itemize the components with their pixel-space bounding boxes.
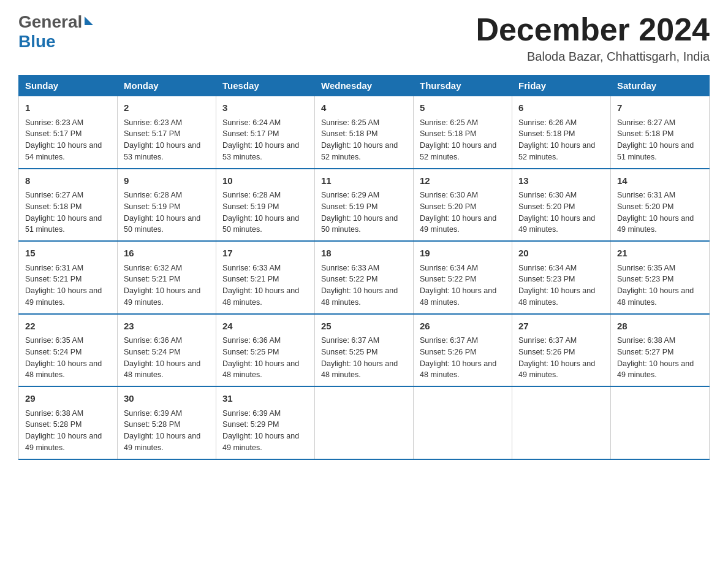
sunrise-label: Sunrise: 6:31 AM — [25, 264, 83, 272]
sunrise-label: Sunrise: 6:37 AM — [518, 336, 577, 345]
sunset-label: Sunset: 5:26 PM — [518, 348, 575, 356]
sunset-label: Sunset: 5:19 PM — [222, 202, 279, 211]
month-title: December 2024 — [476, 12, 710, 47]
daylight-label: Daylight: 10 hours and 48 minutes. — [222, 286, 299, 307]
sunrise-label: Sunrise: 6:34 AM — [518, 264, 577, 272]
daylight-label: Daylight: 10 hours and 49 minutes. — [617, 214, 694, 234]
day-number: 25 — [321, 320, 407, 334]
sunrise-label: Sunrise: 6:35 AM — [25, 336, 83, 345]
column-header-wednesday: Wednesday — [315, 75, 414, 96]
sunrise-label: Sunrise: 6:27 AM — [617, 118, 675, 127]
daylight-label: Daylight: 10 hours and 51 minutes. — [25, 214, 102, 234]
sunset-label: Sunset: 5:19 PM — [321, 202, 377, 211]
logo-blue-text: Blue — [18, 32, 56, 51]
calendar-cell: 20 Sunrise: 6:34 AM Sunset: 5:23 PM Dayl… — [512, 241, 611, 314]
sunrise-label: Sunrise: 6:26 AM — [518, 118, 577, 127]
daylight-label: Daylight: 10 hours and 48 minutes. — [222, 359, 299, 380]
sunrise-label: Sunrise: 6:33 AM — [321, 264, 379, 272]
sunset-label: Sunset: 5:24 PM — [25, 348, 82, 356]
day-number: 9 — [124, 174, 210, 188]
title-section: December 2024 Baloda Bazar, Chhattisgarh… — [476, 12, 710, 64]
sunrise-label: Sunrise: 6:23 AM — [25, 118, 83, 127]
day-number: 4 — [321, 101, 407, 115]
sunrise-label: Sunrise: 6:38 AM — [617, 336, 675, 345]
day-number: 21 — [617, 247, 703, 261]
daylight-label: Daylight: 10 hours and 54 minutes. — [25, 141, 102, 161]
daylight-label: Daylight: 10 hours and 49 minutes. — [124, 432, 200, 452]
calendar-cell: 16 Sunrise: 6:32 AM Sunset: 5:21 PM Dayl… — [118, 241, 216, 314]
sunset-label: Sunset: 5:20 PM — [518, 202, 575, 211]
calendar-cell: 11 Sunrise: 6:29 AM Sunset: 5:19 PM Dayl… — [315, 169, 414, 242]
daylight-label: Daylight: 10 hours and 49 minutes. — [420, 214, 496, 234]
day-number: 24 — [222, 320, 308, 334]
calendar-cell: 4 Sunrise: 6:25 AM Sunset: 5:18 PM Dayli… — [315, 96, 414, 169]
sunrise-label: Sunrise: 6:23 AM — [124, 118, 182, 127]
sunset-label: Sunset: 5:21 PM — [222, 275, 279, 283]
sunset-label: Sunset: 5:27 PM — [617, 348, 673, 356]
calendar-cell: 29 Sunrise: 6:38 AM Sunset: 5:28 PM Dayl… — [19, 386, 118, 459]
day-number: 29 — [25, 392, 111, 406]
sunrise-label: Sunrise: 6:24 AM — [222, 118, 281, 127]
week-row-2: 8 Sunrise: 6:27 AM Sunset: 5:18 PM Dayli… — [19, 169, 710, 242]
sunrise-label: Sunrise: 6:38 AM — [25, 409, 83, 418]
sunset-label: Sunset: 5:23 PM — [617, 275, 673, 283]
daylight-label: Daylight: 10 hours and 49 minutes. — [222, 432, 299, 452]
day-number: 8 — [25, 174, 111, 188]
location-subtitle: Baloda Bazar, Chhattisgarh, India — [476, 50, 710, 64]
daylight-label: Daylight: 10 hours and 49 minutes. — [518, 359, 595, 380]
sunset-label: Sunset: 5:21 PM — [25, 275, 82, 283]
sunrise-label: Sunrise: 6:32 AM — [124, 264, 182, 272]
sunset-label: Sunset: 5:17 PM — [124, 129, 180, 138]
calendar-cell: 15 Sunrise: 6:31 AM Sunset: 5:21 PM Dayl… — [19, 241, 118, 314]
sunrise-label: Sunrise: 6:37 AM — [321, 336, 379, 345]
logo-arrow-icon — [85, 17, 93, 25]
calendar-cell — [512, 386, 611, 459]
calendar-cell — [315, 386, 414, 459]
calendar-cell: 23 Sunrise: 6:36 AM Sunset: 5:24 PM Dayl… — [118, 314, 216, 387]
daylight-label: Daylight: 10 hours and 48 minutes. — [321, 359, 398, 380]
calendar-cell — [611, 386, 710, 459]
daylight-label: Daylight: 10 hours and 49 minutes. — [518, 214, 595, 234]
daylight-label: Daylight: 10 hours and 52 minutes. — [321, 141, 398, 161]
day-number: 1 — [25, 101, 111, 115]
week-row-1: 1 Sunrise: 6:23 AM Sunset: 5:17 PM Dayli… — [19, 96, 710, 169]
sunrise-label: Sunrise: 6:25 AM — [321, 118, 379, 127]
daylight-label: Daylight: 10 hours and 50 minutes. — [321, 214, 398, 234]
day-number: 10 — [222, 174, 308, 188]
page-header: General Blue December 2024 Baloda Bazar,… — [18, 12, 710, 64]
logo-general-text: General — [18, 12, 82, 32]
calendar-cell: 24 Sunrise: 6:36 AM Sunset: 5:25 PM Dayl… — [216, 314, 315, 387]
calendar-cell: 9 Sunrise: 6:28 AM Sunset: 5:19 PM Dayli… — [118, 169, 216, 242]
daylight-label: Daylight: 10 hours and 48 minutes. — [420, 286, 496, 307]
calendar-cell: 21 Sunrise: 6:35 AM Sunset: 5:23 PM Dayl… — [611, 241, 710, 314]
sunrise-label: Sunrise: 6:31 AM — [617, 191, 675, 199]
calendar-header-row: SundayMondayTuesdayWednesdayThursdayFrid… — [19, 75, 710, 96]
daylight-label: Daylight: 10 hours and 48 minutes. — [321, 286, 398, 307]
daylight-label: Daylight: 10 hours and 53 minutes. — [124, 141, 200, 161]
sunset-label: Sunset: 5:25 PM — [321, 348, 377, 356]
day-number: 31 — [222, 392, 308, 406]
calendar-cell: 22 Sunrise: 6:35 AM Sunset: 5:24 PM Dayl… — [19, 314, 118, 387]
sunset-label: Sunset: 5:22 PM — [321, 275, 377, 283]
sunset-label: Sunset: 5:18 PM — [25, 202, 82, 211]
day-number: 6 — [518, 101, 604, 115]
calendar-cell: 30 Sunrise: 6:39 AM Sunset: 5:28 PM Dayl… — [118, 386, 216, 459]
day-number: 27 — [518, 320, 604, 334]
daylight-label: Daylight: 10 hours and 49 minutes. — [124, 286, 200, 307]
day-number: 26 — [420, 320, 506, 334]
daylight-label: Daylight: 10 hours and 48 minutes. — [518, 286, 595, 307]
calendar-cell: 3 Sunrise: 6:24 AM Sunset: 5:17 PM Dayli… — [216, 96, 315, 169]
daylight-label: Daylight: 10 hours and 50 minutes. — [124, 214, 200, 234]
sunset-label: Sunset: 5:24 PM — [124, 348, 180, 356]
sunrise-label: Sunrise: 6:33 AM — [222, 264, 281, 272]
day-number: 7 — [617, 101, 703, 115]
sunrise-label: Sunrise: 6:39 AM — [124, 409, 182, 418]
day-number: 28 — [617, 320, 703, 334]
calendar-cell — [414, 386, 512, 459]
daylight-label: Daylight: 10 hours and 52 minutes. — [518, 141, 595, 161]
sunrise-label: Sunrise: 6:30 AM — [420, 191, 478, 199]
sunset-label: Sunset: 5:25 PM — [222, 348, 279, 356]
day-number: 13 — [518, 174, 604, 188]
sunset-label: Sunset: 5:18 PM — [321, 129, 377, 138]
day-number: 14 — [617, 174, 703, 188]
